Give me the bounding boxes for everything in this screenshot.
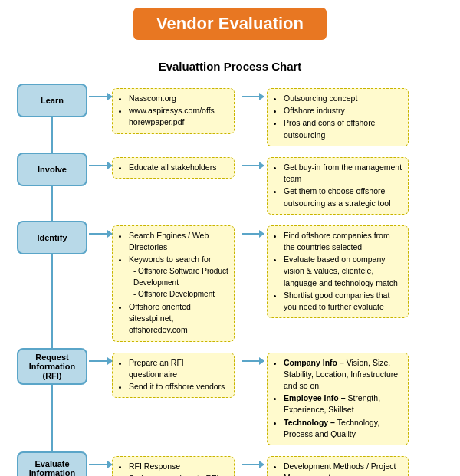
mid-item: - Offshore Software Product Development — [129, 266, 228, 288]
arrow2-involve — [242, 165, 264, 166]
mid-box-identify: Search Engines / Web DirectoriesKeywords… — [112, 225, 235, 342]
arrow2-rfi — [242, 360, 264, 362]
mid-item: Nasscom.org — [129, 93, 228, 104]
mid-box-learn: Nasscom.orgwww.aspiresys.com/offs horewp… — [112, 88, 235, 134]
right-cell-evaluate: RFI ResponseSeriousness given to RFIPres… — [89, 451, 452, 476]
left-cell-identify: Identify — [15, 221, 89, 348]
mid-item: - Offshore Development — [129, 289, 228, 300]
mid-item: Send it to offshore vendors — [129, 381, 228, 392]
main-row-involve: InvolveEducate all stakeholdersGet buy-i… — [15, 153, 452, 221]
mid-item: Offshore oriented sitesstpi.net, offshor… — [129, 301, 228, 336]
right-item: Technology – Technology, Process and Qua… — [284, 417, 402, 440]
step-box-identify: Identify — [17, 221, 87, 254]
left-cell-evaluate: Evaluate Information — [15, 451, 89, 476]
vline-2 — [51, 254, 53, 348]
right-item: Offshore industry — [284, 105, 402, 117]
left-cell-rfi: Request Information (RFI) — [15, 348, 89, 452]
step-box-involve: Involve — [17, 153, 87, 186]
step-box-evaluate: Evaluate Information — [17, 451, 87, 476]
main-row-evaluate: Evaluate InformationRFI ResponseSeriousn… — [15, 451, 452, 476]
vline-1 — [51, 186, 53, 221]
right-cell-learn: Nasscom.orgwww.aspiresys.com/offs horewp… — [89, 84, 452, 153]
right-item: Outsourcing concept — [284, 93, 402, 104]
right-cell-rfi: Prepare an RFI questionnaireSend it to o… — [89, 348, 452, 452]
right-item: Evaluate based on company vision & value… — [284, 254, 402, 289]
right-item: Company Info – Vision, Size, Stability, … — [284, 357, 402, 392]
right-item: Employee Info – Strength, Experience, Sk… — [284, 392, 402, 415]
right-box-involve: Get buy-in from the management teamGet t… — [267, 157, 409, 215]
right-item: Find offshore companies from the countri… — [284, 230, 402, 253]
mid-box-rfi: Prepare an RFI questionnaireSend it to o… — [112, 353, 235, 399]
left-cell-learn: Learn — [15, 84, 89, 153]
right-item: Pros and cons of offshore outsourcing — [284, 117, 402, 140]
arrow2-evaluate — [242, 464, 264, 465]
right-item: Get them to choose offshore outsourcing … — [284, 185, 402, 208]
mid-item: Keywords to search for — [129, 254, 228, 265]
right-cell-identify: Search Engines / Web DirectoriesKeywords… — [89, 221, 452, 348]
mid-item: www.aspiresys.com/offs horewpaper.pdf — [129, 105, 228, 128]
arrow2-learn — [242, 96, 264, 97]
right-item: Development Methods / Project Management — [284, 461, 402, 476]
arrow2-identify — [242, 233, 264, 235]
mid-box-evaluate: RFI ResponseSeriousness given to RFIPres… — [112, 456, 235, 476]
mid-item: RFI Response — [129, 461, 228, 472]
main-row-learn: LearnNasscom.orgwww.aspiresys.com/offs h… — [15, 84, 452, 153]
right-item: Shortlist good companies that you need t… — [284, 290, 402, 313]
main-row-rfi: Request Information (RFI)Prepare an RFI … — [15, 348, 452, 452]
mid-item: Educate all stakeholders — [129, 162, 228, 173]
mid-item: Prepare an RFI questionnaire — [129, 357, 228, 380]
arrow1-identify — [89, 233, 112, 235]
chart-title: Evaluattion Process Chart — [8, 60, 452, 73]
mid-box-involve: Educate all stakeholders — [112, 157, 235, 179]
right-box-learn: Outsourcing conceptOffshore industryPros… — [267, 88, 409, 146]
right-box-rfi: Company Info – Vision, Size, Stability, … — [267, 353, 409, 446]
arrow1-rfi — [89, 360, 112, 362]
arrow1-evaluate — [89, 464, 112, 465]
right-box-identify: Find offshore companies from the countri… — [267, 225, 409, 319]
right-item: Get buy-in from the management team — [284, 162, 402, 185]
mid-item: Seriousness given to RFI — [129, 473, 228, 476]
mid-item: Search Engines / Web Directories — [129, 230, 228, 253]
main-layout: LearnNasscom.orgwww.aspiresys.com/offs h… — [15, 84, 452, 476]
main-row-identify: IdentifySearch Engines / Web Directories… — [15, 221, 452, 348]
right-box-evaluate: Development Methods / Project Management… — [267, 456, 409, 476]
vline-3 — [51, 385, 53, 452]
vline-0 — [51, 117, 53, 153]
chart-area: LearnNasscom.orgwww.aspiresys.com/offs h… — [8, 84, 452, 476]
arrow1-involve — [89, 165, 112, 166]
step-box-rfi: Request Information (RFI) — [17, 348, 87, 385]
step-box-learn: Learn — [17, 84, 87, 117]
left-cell-involve: Involve — [15, 153, 89, 221]
page-title: Vendor Evaluation — [133, 8, 327, 40]
right-cell-involve: Educate all stakeholdersGet buy-in from … — [89, 153, 452, 221]
arrow1-learn — [89, 96, 112, 97]
